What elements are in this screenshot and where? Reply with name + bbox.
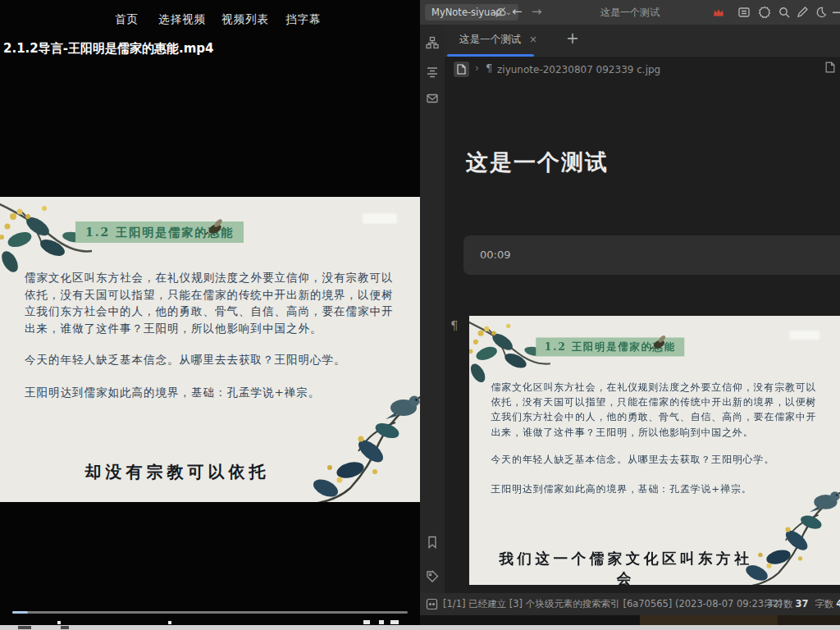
video-frame[interactable]: 1.2 王阳明是儒家的惠能 儒家文化区叫东方社会，在礼仪规则法度之外要立信仰，没… xyxy=(0,197,420,502)
nav-select-video[interactable]: 选择视频 xyxy=(158,12,206,27)
word-count: 字符数37 字数4 xyxy=(765,593,840,615)
status-message: [1/1] 已经建立 [3] 个块级元素的搜索索引 [6a70565] (202… xyxy=(443,593,783,615)
minimize-icon[interactable] xyxy=(833,11,840,25)
nav-video-list[interactable]: 视频列表 xyxy=(221,12,269,27)
image-subtitle: 我们这一个儒家文化区叫东方社会 xyxy=(491,549,760,585)
cloud-off-icon[interactable] xyxy=(494,6,507,19)
slide-paragraph-3: 王阳明达到儒家如此高的境界，基础：孔孟学说+禅宗。 xyxy=(25,384,395,401)
taskbar-mark xyxy=(61,626,69,629)
document-icon[interactable] xyxy=(454,62,469,77)
screen: 首页 选择视频 视频列表 挡字幕 2.1.2导言-王阳明是儒家的惠能.mp4 xyxy=(0,0,840,630)
slide-paragraph-2: 今天的年轻人缺乏基本信念。从哪里去去获取？王阳明心学。 xyxy=(491,452,818,467)
player-control-fragment xyxy=(57,621,61,624)
slide-paragraph-3: 王阳明达到儒家如此高的境界，基础：孔孟学说+禅宗。 xyxy=(491,481,818,495)
bee-decoration xyxy=(205,218,226,236)
slide: 1.2 王阳明是儒家的惠能 儒家文化区叫东方社会，在礼仪规则法度之外要立信仰，没… xyxy=(0,197,420,502)
breadcrumb-doc-name[interactable]: ziyunote-20230807 092339 c.jpg xyxy=(497,64,660,75)
bee-decoration xyxy=(651,335,669,350)
watermark xyxy=(789,331,819,340)
breadcrumb: › ¶ ziyunote-20230807 092339 c.jpg xyxy=(445,57,840,83)
video-progress-played xyxy=(12,611,28,614)
nav-home[interactable]: 首页 xyxy=(115,12,139,27)
block-gutter-mark[interactable]: ¶ xyxy=(450,318,459,333)
desktop-gap xyxy=(420,615,640,625)
bookmark-icon[interactable] xyxy=(426,536,439,549)
taskbar-mark xyxy=(18,626,31,629)
char-count-value: 37 xyxy=(796,598,809,609)
tab-bar: 这是一个测试 × + xyxy=(445,25,840,57)
word-count-value: 4 xyxy=(836,598,840,609)
tab-label: 这是一个测试 xyxy=(459,33,521,47)
watermark xyxy=(363,213,397,224)
slide-paragraph-2: 今天的年轻人缺乏基本信念。从哪里去去获取？王阳明心学。 xyxy=(25,351,395,368)
video-player-pane: 首页 选择视频 视频列表 挡字幕 2.1.2导言-王阳明是儒家的惠能.mp4 xyxy=(0,0,420,625)
outline-icon[interactable] xyxy=(426,66,439,79)
word-count-label: 字数 xyxy=(815,598,833,609)
block-type-mark: ¶ xyxy=(486,62,492,75)
video-filename: 2.1.2导言-王阳明是儒家的惠能.mp4 xyxy=(3,41,213,57)
focus-doc-icon[interactable] xyxy=(825,62,838,75)
desktop-gap xyxy=(778,615,840,625)
workspace-name: MyNote-siyuan xyxy=(431,4,502,21)
slide: 1.2 王阳明是儒家的惠能 儒家文化区叫东方社会，在礼仪规则法度之外要立信仰，没… xyxy=(469,316,840,585)
char-count-label: 字符数 xyxy=(765,598,793,609)
back-icon[interactable]: ← xyxy=(512,4,525,17)
crown-icon[interactable] xyxy=(712,6,725,19)
video-subtitle: 却没有宗教可以依托 xyxy=(25,461,330,483)
edit-pencil-icon[interactable] xyxy=(796,6,809,19)
search-icon[interactable] xyxy=(778,6,791,19)
slide-paragraph-1: 儒家文化区叫东方社会，在礼仪规则法度之外要立信仰，没有宗教可以依托，没有天国可以… xyxy=(491,380,818,439)
siyuan-window: 这是一个测试 MyNote-siyuan ⌄ ← → xyxy=(420,0,840,615)
embedded-image-block[interactable]: 1.2 王阳明是儒家的惠能 儒家文化区叫东方社会，在礼仪规则法度之外要立信仰，没… xyxy=(469,316,840,585)
file-tree-icon[interactable] xyxy=(426,36,439,49)
status-bar: [1/1] 已经建立 [3] 个块级元素的搜索索引 [6a70565] (202… xyxy=(420,593,840,615)
chevron-right-icon: › xyxy=(475,62,479,74)
tab-close-icon[interactable]: × xyxy=(529,34,537,45)
doc-title[interactable]: 这是一个测试 xyxy=(466,148,609,177)
tag-icon[interactable] xyxy=(426,570,439,583)
siyuan-dock xyxy=(420,25,445,593)
badge-icon[interactable] xyxy=(758,6,771,19)
taskbar-edge xyxy=(0,625,840,630)
card-icon[interactable] xyxy=(737,6,751,19)
inbox-icon[interactable] xyxy=(426,92,439,105)
player-control-fragment xyxy=(363,620,370,624)
player-control-fragment xyxy=(390,620,399,624)
forward-icon[interactable]: → xyxy=(532,4,545,17)
nav-block-subtitle[interactable]: 挡字幕 xyxy=(285,12,322,27)
audio-time: 00:09 xyxy=(480,249,510,261)
slide-paragraph-1: 儒家文化区叫东方社会，在礼仪规则法度之外要立信仰，没有宗教可以依托，没有天国可以… xyxy=(25,269,395,336)
new-tab-button[interactable]: + xyxy=(566,29,579,47)
player-control-fragment xyxy=(379,620,384,624)
player-control-fragment xyxy=(168,621,171,624)
task-status-icon[interactable] xyxy=(426,598,438,610)
theme-moon-icon[interactable] xyxy=(815,6,828,19)
tab-active[interactable]: 这是一个测试 × xyxy=(451,25,546,54)
siyuan-toolbar: 这是一个测试 MyNote-siyuan ⌄ ← → xyxy=(420,0,840,25)
video-progress-bar[interactable] xyxy=(12,611,408,614)
audio-player-block[interactable]: 00:09 xyxy=(463,235,840,275)
